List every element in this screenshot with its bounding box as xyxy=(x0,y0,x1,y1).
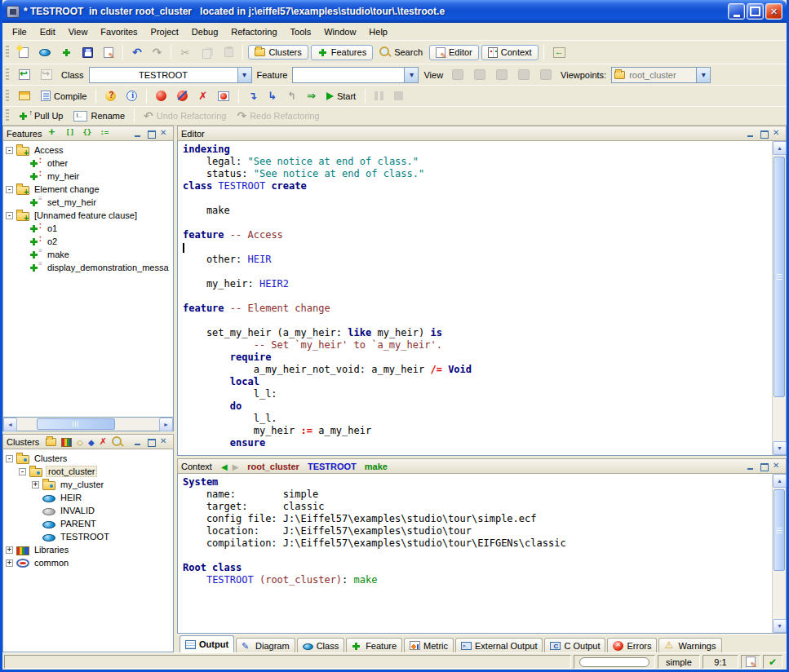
start-button[interactable]: Start xyxy=(322,89,360,104)
project-info-button[interactable] xyxy=(122,88,141,104)
panel-maximize-icon[interactable] xyxy=(146,437,157,447)
menu-debug[interactable]: Debug xyxy=(185,24,224,39)
view-flat-button[interactable] xyxy=(492,67,512,82)
tree-item-heir[interactable]: HEIR xyxy=(3,491,173,504)
new-class-button[interactable] xyxy=(35,46,55,59)
menu-help[interactable]: Help xyxy=(362,24,394,39)
history-forward-button[interactable] xyxy=(37,67,56,82)
copy-button[interactable] xyxy=(196,44,218,61)
toolbar-grip[interactable] xyxy=(6,109,9,122)
tree-item-invalid[interactable]: INVALID xyxy=(3,504,173,517)
braces-tool-icon[interactable] xyxy=(82,129,94,139)
search-icon[interactable] xyxy=(112,436,122,447)
show-breakpoints-button[interactable] xyxy=(214,89,233,104)
history-back-button[interactable] xyxy=(15,67,34,82)
run-ignore-breakpoints-button[interactable] xyxy=(303,87,320,104)
panel-close-icon[interactable] xyxy=(772,462,782,471)
scrollbar-thumb[interactable] xyxy=(773,157,785,397)
save-button[interactable] xyxy=(78,45,97,60)
panel-minimize-icon[interactable] xyxy=(746,462,756,471)
panel-minimize-icon[interactable] xyxy=(133,129,144,139)
window-maximize-button[interactable] xyxy=(747,3,764,20)
editor-vertical-scrollbar[interactable] xyxy=(772,141,786,455)
breadcrumb-make[interactable]: make xyxy=(365,462,388,471)
tab-class[interactable]: Class xyxy=(297,638,345,652)
new-cluster-icon[interactable] xyxy=(46,438,56,446)
scrollbar-thumb[interactable] xyxy=(773,489,785,571)
features-horizontal-scrollbar[interactable] xyxy=(2,418,174,431)
new-feature-icon[interactable] xyxy=(48,129,60,139)
panel-close-icon[interactable] xyxy=(159,437,170,447)
expand-toggle[interactable]: + xyxy=(32,481,39,489)
menu-window[interactable]: Window xyxy=(317,24,362,39)
tree-item-other[interactable]: other xyxy=(3,157,173,170)
chevron-down-icon[interactable] xyxy=(237,68,251,82)
tab-metric[interactable]: Metric xyxy=(404,638,454,652)
viewpoints-combobox[interactable]: root_cluster xyxy=(611,67,711,83)
panel-maximize-icon[interactable] xyxy=(759,129,769,139)
assigner-tool-icon[interactable] xyxy=(100,129,111,139)
clusters-tool-button[interactable]: Clusters xyxy=(248,45,308,60)
menu-edit[interactable]: Edit xyxy=(33,24,62,39)
expand-toggle[interactable]: + xyxy=(6,559,13,567)
brackets-tool-icon[interactable] xyxy=(65,129,77,139)
tab-c-output[interactable]: C Output xyxy=(544,638,605,652)
tab-diagram[interactable]: Diagram xyxy=(236,638,295,652)
scroll-up-icon[interactable] xyxy=(773,141,787,155)
tab-warnings[interactable]: Warnings xyxy=(658,638,721,652)
redo-refactoring-button[interactable]: Redo Refactoring xyxy=(233,107,323,125)
editor-panel-header[interactable]: Editor xyxy=(177,126,787,140)
window-close-button[interactable] xyxy=(765,3,782,20)
open-outputs-button[interactable] xyxy=(15,89,34,103)
enable-breakpoints-button[interactable] xyxy=(152,88,171,104)
menu-file[interactable]: File xyxy=(6,24,33,39)
editor-tool-button[interactable]: Editor xyxy=(429,45,479,60)
tree-item-element-change[interactable]: -Element change xyxy=(3,183,173,196)
titlebar[interactable]: * TESTROOT in cluster root_cluster locat… xyxy=(2,0,787,23)
context-tool-button[interactable]: Context xyxy=(481,45,539,60)
pull-up-button[interactable]: Pull Up xyxy=(15,108,67,124)
send-to-external-editor-button[interactable] xyxy=(549,45,570,60)
context-back-icon[interactable] xyxy=(221,462,228,471)
scrollbar-thumb[interactable] xyxy=(37,418,115,430)
tree-item-libraries[interactable]: +Libraries xyxy=(3,543,173,556)
tree-item-my-cluster[interactable]: +my_cluster xyxy=(3,478,173,491)
tree-item-common[interactable]: +common xyxy=(3,556,173,569)
tab-external-output[interactable]: External Output xyxy=(455,638,543,652)
tree-item-set-my-heir[interactable]: set_my_heir xyxy=(3,196,173,209)
tree-item-unnamed-feature-clause[interactable]: -[Unnamed feature clause] xyxy=(3,209,173,222)
collapse-toggle[interactable]: - xyxy=(6,212,13,219)
collapse-toggle[interactable]: - xyxy=(6,147,13,154)
discover-melt-button[interactable] xyxy=(101,88,120,104)
tab-feature[interactable]: Feature xyxy=(346,638,402,652)
tree-item-parent[interactable]: PARENT xyxy=(3,517,173,530)
step-into-button[interactable] xyxy=(244,87,261,104)
save-all-button[interactable] xyxy=(100,45,117,60)
redo-button[interactable] xyxy=(148,43,166,61)
panel-minimize-icon[interactable] xyxy=(746,129,756,139)
tab-output[interactable]: Output xyxy=(180,635,234,652)
tree-item-testroot[interactable]: TESTROOT xyxy=(3,530,173,543)
menu-project[interactable]: Project xyxy=(144,24,185,39)
tree-item-make[interactable]: make xyxy=(3,248,173,261)
remove-breakpoints-button[interactable] xyxy=(194,87,211,104)
panel-close-icon[interactable] xyxy=(772,129,782,139)
scroll-down-icon[interactable] xyxy=(773,441,787,455)
tree-item-o1[interactable]: o1 xyxy=(3,222,173,235)
panel-minimize-icon[interactable] xyxy=(133,437,144,447)
new-feature-button[interactable] xyxy=(57,45,76,60)
paste-button[interactable] xyxy=(220,45,237,60)
scroll-down-icon[interactable] xyxy=(773,619,787,633)
tree-item-root-cluster[interactable]: -root_cluster xyxy=(3,465,173,478)
editor-code-area[interactable]: indexing legal: "See notice at end of cl… xyxy=(178,141,772,455)
collapse-toggle[interactable]: - xyxy=(6,186,13,193)
breadcrumb-testroot[interactable]: TESTROOT xyxy=(308,462,357,471)
context-forward-icon[interactable] xyxy=(233,462,239,471)
scroll-up-icon[interactable] xyxy=(773,474,787,488)
remove-item-icon[interactable] xyxy=(100,436,107,447)
uses-diamond-icon[interactable] xyxy=(77,437,83,447)
chevron-down-icon[interactable] xyxy=(696,68,710,82)
disable-breakpoints-button[interactable] xyxy=(173,88,192,104)
search-tool-button[interactable]: Search xyxy=(375,44,427,60)
view-interface-button[interactable] xyxy=(536,67,556,82)
